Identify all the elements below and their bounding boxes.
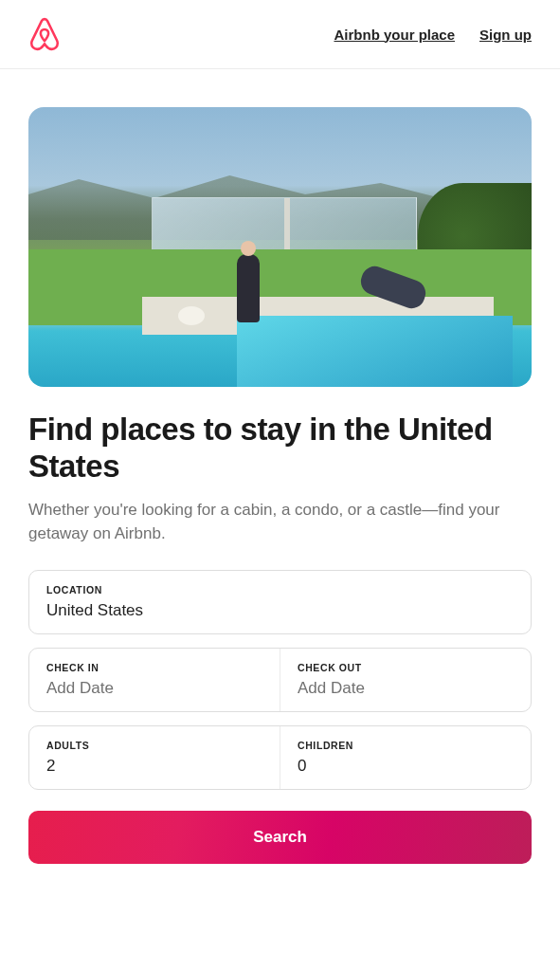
children-field[interactable]: CHILDREN 0 [280, 726, 531, 789]
children-label: CHILDREN [298, 740, 514, 751]
location-field[interactable]: LOCATION United States [28, 570, 532, 634]
search-button[interactable]: Search [28, 811, 532, 864]
host-link[interactable]: Airbnb your place [334, 27, 455, 43]
header-nav: Airbnb your place Sign up [334, 27, 532, 43]
signup-link[interactable]: Sign up [479, 27, 532, 43]
main-content: Find places to stay in the United States… [0, 69, 560, 883]
children-value: 0 [298, 757, 514, 776]
location-value: United States [46, 601, 514, 620]
check-out-label: CHECK OUT [298, 662, 514, 673]
check-out-field[interactable]: CHECK OUT Add Date [280, 649, 531, 711]
check-out-value: Add Date [298, 679, 514, 698]
hero-image [28, 107, 532, 387]
page-title: Find places to stay in the United States [28, 412, 532, 486]
check-in-field[interactable]: CHECK IN Add Date [29, 649, 280, 711]
page-subtitle: Whether you're looking for a cabin, a co… [28, 499, 532, 545]
dates-row: CHECK IN Add Date CHECK OUT Add Date [28, 648, 532, 712]
guests-row: ADULTS 2 CHILDREN 0 [28, 725, 532, 790]
airbnb-logo-icon[interactable] [28, 17, 61, 51]
check-in-label: CHECK IN [46, 662, 262, 673]
location-label: LOCATION [46, 584, 514, 595]
adults-label: ADULTS [46, 740, 262, 751]
site-header: Airbnb your place Sign up [0, 0, 560, 69]
adults-value: 2 [46, 757, 262, 776]
search-form: LOCATION United States CHECK IN Add Date… [28, 570, 532, 864]
check-in-value: Add Date [46, 679, 262, 698]
adults-field[interactable]: ADULTS 2 [29, 726, 280, 789]
